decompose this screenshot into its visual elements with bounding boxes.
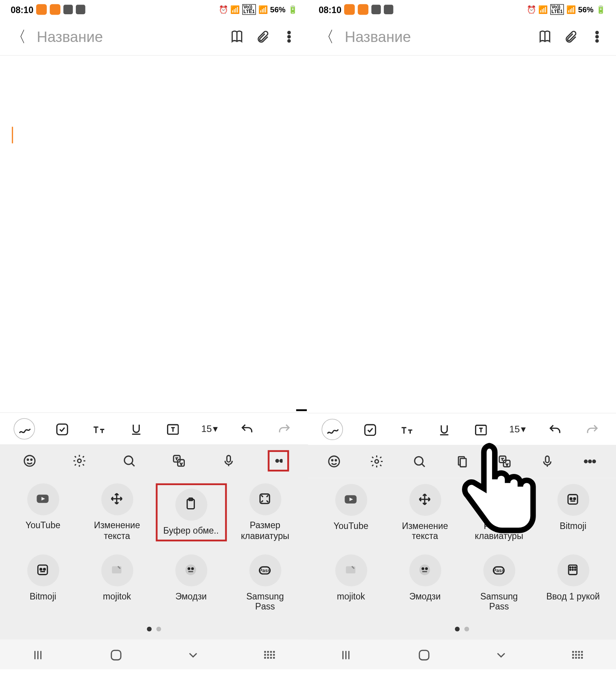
battery-icon: 🔋: [596, 5, 606, 14]
status-app-icon: [358, 4, 369, 15]
tool-keyboard-size[interactable]: Размерклавиатуры: [229, 484, 301, 541]
settings-button[interactable]: [69, 450, 90, 472]
textbox-button[interactable]: [470, 419, 491, 440]
attach-button[interactable]: [256, 29, 271, 45]
resize-icon: [257, 492, 273, 507]
move-icon: [417, 492, 433, 507]
recents-button[interactable]: [339, 647, 354, 662]
text-cursor: [12, 127, 13, 143]
youtube-icon: [35, 492, 51, 507]
tool-samsung-pass[interactable]: SamsungPass: [229, 554, 301, 611]
tool-edit-text[interactable]: Изменениетекста: [390, 484, 461, 541]
tool-youtube[interactable]: YouTube: [315, 484, 387, 541]
format-toolbar: 15▾: [308, 413, 616, 445]
battery-icon: 🔋: [288, 5, 298, 14]
emoji-button[interactable]: [19, 450, 40, 472]
status-time: 08:10: [319, 5, 341, 15]
battery-percent: 56%: [578, 5, 594, 14]
alarm-icon: ⏰: [219, 5, 228, 14]
hide-keyboard-button[interactable]: [493, 647, 508, 662]
handwriting-button[interactable]: [14, 418, 35, 439]
underline-button[interactable]: [433, 419, 454, 440]
keyboard-switch-button[interactable]: [262, 647, 277, 662]
more-menu-button[interactable]: [282, 29, 297, 45]
voice-button[interactable]: [218, 450, 239, 472]
checklist-button[interactable]: [51, 418, 72, 439]
mojitok-icon: [109, 562, 125, 578]
font-size-selector[interactable]: 15▾: [199, 418, 220, 439]
reader-mode-button[interactable]: [538, 29, 553, 45]
handwriting-button[interactable]: [322, 419, 343, 440]
note-title-input[interactable]: Название: [37, 28, 219, 46]
volte-icon: Vo))LTE1: [550, 4, 564, 15]
redo-button[interactable]: [273, 418, 294, 439]
textbox-button[interactable]: [162, 418, 183, 439]
settings-button[interactable]: [366, 451, 387, 472]
keyboard-tools-panel: YouTube Изменениетекста Буфер обме.. Раз…: [0, 477, 308, 639]
tool-mojitok[interactable]: mojitok: [82, 554, 153, 611]
signal-icon: 📶: [566, 5, 576, 14]
alarm-icon: ⏰: [527, 5, 536, 14]
hide-keyboard-button[interactable]: [185, 647, 200, 662]
pass-icon: [257, 562, 273, 578]
recents-button[interactable]: [31, 647, 46, 662]
tool-bitmoji[interactable]: Bitmoji: [7, 554, 79, 611]
back-button[interactable]: 〈: [319, 27, 334, 47]
text-style-button[interactable]: [88, 418, 109, 439]
redo-button[interactable]: [581, 419, 602, 440]
search-button[interactable]: [409, 451, 430, 472]
voice-button[interactable]: [537, 451, 558, 472]
status-sim-icon: [76, 5, 86, 14]
undo-button[interactable]: [236, 418, 257, 439]
note-body[interactable]: [0, 56, 308, 413]
note-body[interactable]: [308, 56, 616, 413]
system-nav-bar: [308, 640, 616, 670]
back-button[interactable]: 〈: [11, 27, 26, 47]
tool-keyboard-size[interactable]: Размерклавиатуры: [464, 484, 535, 541]
tool-emoji[interactable]: Эмодзи: [156, 554, 227, 611]
tool-one-hand[interactable]: Ввод 1 рукой: [537, 554, 609, 611]
tool-edit-text[interactable]: Изменениетекста: [82, 484, 153, 541]
system-nav-bar: [0, 640, 308, 670]
onehand-icon: [565, 562, 581, 578]
checklist-button[interactable]: [359, 419, 380, 440]
page-indicator: [6, 624, 302, 636]
status-time: 08:10: [11, 5, 33, 15]
more-tools-button[interactable]: [579, 451, 601, 472]
emoji-icon: [417, 562, 433, 578]
resize-icon: [491, 492, 507, 507]
wifi-icon: 📶: [230, 5, 240, 14]
format-toolbar: 15▾: [0, 412, 308, 444]
divider-handle: [296, 409, 307, 411]
emoji-icon: [183, 562, 199, 578]
status-app-icon: [50, 4, 61, 15]
clipboard-icon: [183, 497, 199, 512]
status-gallery-icon: [64, 5, 73, 14]
status-bar: 08:10 ⏰ 📶 Vo))LTE1 📶 56% 🔋: [0, 0, 308, 19]
tool-clipboard[interactable]: Буфер обме..: [156, 484, 227, 541]
home-button[interactable]: [416, 647, 431, 662]
tool-samsung-pass[interactable]: SamsungPass: [464, 554, 535, 611]
tool-bitmoji[interactable]: Bitmoji: [537, 484, 609, 541]
translate-button[interactable]: [168, 450, 189, 472]
tool-emoji[interactable]: Эмодзи: [390, 554, 461, 611]
tool-youtube[interactable]: YouTube: [7, 484, 79, 541]
note-title-input[interactable]: Название: [345, 28, 527, 46]
more-menu-button[interactable]: [590, 29, 605, 45]
keyboard-switch-button[interactable]: [570, 647, 585, 662]
text-style-button[interactable]: [396, 419, 417, 440]
underline-button[interactable]: [125, 418, 146, 439]
font-size-selector[interactable]: 15▾: [507, 419, 528, 440]
home-button[interactable]: [108, 647, 123, 662]
emoji-button[interactable]: [323, 451, 345, 472]
translate-button[interactable]: [494, 451, 515, 472]
search-button[interactable]: [119, 450, 140, 472]
more-tools-button[interactable]: [268, 450, 289, 472]
tool-mojitok[interactable]: mojitok: [315, 554, 387, 611]
attach-button[interactable]: [564, 29, 579, 45]
page-indicator: [314, 624, 610, 636]
clipboard-shortcut[interactable]: [451, 451, 472, 472]
reader-mode-button[interactable]: [230, 29, 245, 45]
undo-button[interactable]: [544, 419, 565, 440]
status-bar: 08:10 ⏰ 📶 Vo))LTE1 📶 56% 🔋: [308, 0, 616, 19]
